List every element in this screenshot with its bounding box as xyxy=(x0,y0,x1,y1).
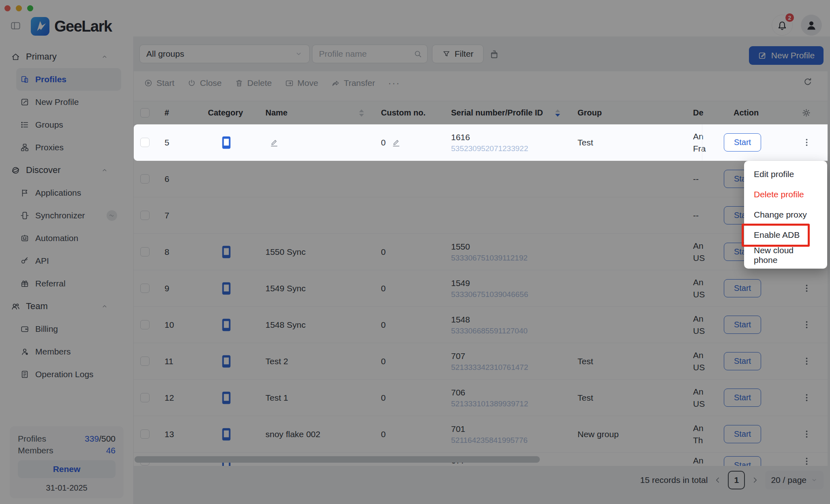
menu-item-new-cloud-phone[interactable]: New cloud phone xyxy=(744,245,827,265)
group-cell: Test xyxy=(578,124,593,160)
edit-name-icon[interactable] xyxy=(270,138,279,147)
menu-item-delete-profile[interactable]: Delete profile xyxy=(744,184,827,205)
profile-id: 535230952071233922 xyxy=(451,145,528,152)
cloud-phone-icon xyxy=(221,136,232,149)
action-cell: Start xyxy=(724,124,761,160)
device-cell: AnFra xyxy=(693,124,706,160)
row-context-menu: Edit profileDelete profileChange proxyEn… xyxy=(744,161,827,269)
dim-overlay xyxy=(0,0,830,504)
annotation-highlight xyxy=(742,224,810,247)
menu-item-edit-profile[interactable]: Edit profile xyxy=(744,164,827,184)
row-number: 5 xyxy=(165,124,169,160)
row-menu-cell xyxy=(800,124,813,160)
device-info-line: Fra xyxy=(693,144,706,153)
serial-cell: 1616535230952071233922 xyxy=(451,124,528,160)
menu-item-change-proxy[interactable]: Change proxy xyxy=(744,205,827,225)
category-cell xyxy=(217,124,235,160)
start-button[interactable]: Start xyxy=(724,133,761,152)
custom-no-cell: 0 xyxy=(381,124,401,160)
more-options-icon[interactable] xyxy=(802,137,812,147)
name-cell xyxy=(265,124,279,160)
row-checkbox-cell xyxy=(140,124,150,160)
device-info-line: An xyxy=(693,132,704,141)
edit-custom-no-icon[interactable] xyxy=(391,138,401,147)
row-checkbox[interactable] xyxy=(140,138,150,147)
serial-number: 1616 xyxy=(451,133,470,141)
table-row: 501616535230952071233922TestAnFraStart xyxy=(134,124,828,161)
custom-no: 0 xyxy=(381,138,386,147)
